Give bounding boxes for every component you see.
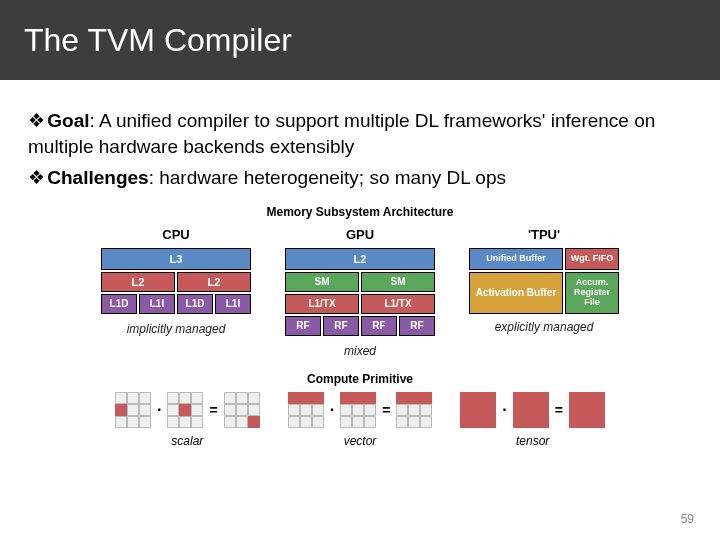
tpu-column: 'TPU' Unified Buffer Wgt. FIFO Activatio… bbox=[469, 227, 619, 358]
tensor-col: · = tensor bbox=[460, 392, 605, 448]
vector-a bbox=[288, 392, 324, 428]
page-number: 59 bbox=[681, 512, 694, 526]
dot-icon: · bbox=[155, 401, 163, 419]
scalar-c bbox=[224, 392, 260, 428]
gpu-column: GPU L2 SM SM L1/TX L1/TX RF RF RF RF mix… bbox=[285, 227, 435, 358]
compute-title: Compute Primitive bbox=[28, 372, 692, 386]
equals-icon: = bbox=[553, 402, 565, 418]
equals-icon: = bbox=[207, 402, 219, 418]
slide-title: The TVM Compiler bbox=[24, 22, 292, 59]
cpu-l1d-box: L1D bbox=[177, 294, 213, 314]
bullet-goal: ❖ Goal: A unified compiler to support mu… bbox=[28, 108, 692, 159]
scalar-b bbox=[167, 392, 203, 428]
tpu-acc-box: Accum. Register File bbox=[565, 272, 619, 314]
cpu-caption: implicitly managed bbox=[127, 322, 226, 336]
vector-c bbox=[396, 392, 432, 428]
scalar-col: · = scalar bbox=[115, 392, 260, 448]
tensor-c bbox=[569, 392, 605, 428]
scalar-a bbox=[115, 392, 151, 428]
tensor-label: tensor bbox=[516, 434, 549, 448]
bullet-icon: ❖ bbox=[28, 108, 42, 134]
memory-title: Memory Subsystem Architecture bbox=[28, 205, 692, 219]
bullet-icon: ❖ bbox=[28, 165, 42, 191]
slide-body: ❖ Goal: A unified compiler to support mu… bbox=[0, 80, 720, 448]
cpu-label: CPU bbox=[162, 227, 189, 242]
tpu-caption: explicitly managed bbox=[495, 320, 594, 334]
vector-col: · = vector bbox=[288, 392, 433, 448]
dot-icon: · bbox=[500, 401, 508, 419]
tpu-label: 'TPU' bbox=[528, 227, 560, 242]
goal-text: : A unified compiler to support multiple… bbox=[28, 110, 655, 157]
tpu-wgt-box: Wgt. FIFO bbox=[565, 248, 619, 270]
gpu-rf-box: RF bbox=[361, 316, 397, 336]
gpu-rf-box: RF bbox=[323, 316, 359, 336]
tpu-unified-box: Unified Buffer bbox=[469, 248, 563, 270]
gpu-caption: mixed bbox=[344, 344, 376, 358]
gpu-l1tx-box: L1/TX bbox=[285, 294, 359, 314]
tpu-act-box: Activation Buffer bbox=[469, 272, 563, 314]
bullet-challenges: ❖ Challenges: hardware heterogeneity; so… bbox=[28, 165, 692, 191]
cpu-l1d-box: L1D bbox=[101, 294, 137, 314]
vector-b bbox=[340, 392, 376, 428]
dot-icon: · bbox=[328, 401, 336, 419]
vector-label: vector bbox=[344, 434, 377, 448]
cpu-l2-box: L2 bbox=[101, 272, 175, 292]
gpu-sm-box: SM bbox=[361, 272, 435, 292]
cpu-l2-box: L2 bbox=[177, 272, 251, 292]
challenges-text: : hardware heterogeneity; so many DL ops bbox=[149, 167, 506, 188]
cpu-l1i-box: L1I bbox=[139, 294, 175, 314]
gpu-label: GPU bbox=[346, 227, 374, 242]
gpu-rf-box: RF bbox=[399, 316, 435, 336]
cpu-l1i-box: L1I bbox=[215, 294, 251, 314]
gpu-l1tx-box: L1/TX bbox=[361, 294, 435, 314]
gpu-sm-box: SM bbox=[285, 272, 359, 292]
title-bar: The TVM Compiler bbox=[0, 0, 720, 80]
equals-icon: = bbox=[380, 402, 392, 418]
cpu-column: CPU L3 L2 L2 L1D L1I L1D L1I implicitly … bbox=[101, 227, 251, 358]
tensor-b bbox=[513, 392, 549, 428]
gpu-rf-box: RF bbox=[285, 316, 321, 336]
tensor-a bbox=[460, 392, 496, 428]
scalar-label: scalar bbox=[171, 434, 203, 448]
cpu-l3-box: L3 bbox=[101, 248, 251, 270]
compute-columns: · = scalar bbox=[28, 392, 692, 448]
gpu-l2-box: L2 bbox=[285, 248, 435, 270]
challenges-label: Challenges bbox=[47, 167, 148, 188]
goal-label: Goal bbox=[47, 110, 89, 131]
memory-columns: CPU L3 L2 L2 L1D L1I L1D L1I implicitly … bbox=[28, 227, 692, 358]
